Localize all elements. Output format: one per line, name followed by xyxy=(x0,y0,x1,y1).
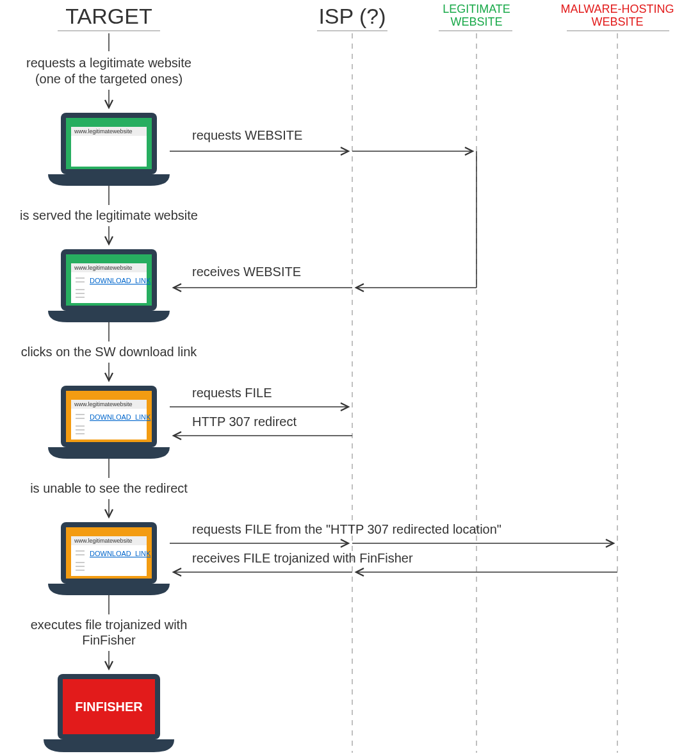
arrow-req-file: requests FILE xyxy=(192,386,272,400)
col-target: TARGET xyxy=(65,4,152,28)
arrow-req-file-redir: requests FILE from the "HTTP 307 redirec… xyxy=(192,522,501,536)
laptop-4: www.legitimatewebsite DOWNLOAD_LINK xyxy=(48,522,170,595)
laptop-1-url: www.legitimatewebsite xyxy=(74,128,133,135)
col-legit-2: WEBSITE xyxy=(450,15,502,28)
step1-line2: (one of the targeted ones) xyxy=(35,72,183,86)
col-legit-1: LEGITIMATE xyxy=(443,3,510,15)
laptop-4-link: DOWNLOAD_LINK xyxy=(90,550,151,557)
step5-line1: executes file trojanized with xyxy=(31,618,188,632)
step1-line1: requests a legitimate website xyxy=(26,56,191,70)
arrow-req-website: requests WEBSITE xyxy=(192,128,302,142)
laptop-2-url: www.legitimatewebsite xyxy=(74,265,133,271)
arrow-recv-website: receives WEBSITE xyxy=(192,265,301,279)
step3: clicks on the SW download link xyxy=(21,345,198,359)
laptop-finfisher: FINFISHER xyxy=(44,674,174,752)
laptop-4-url: www.legitimatewebsite xyxy=(74,538,133,544)
arrow-recv-trojan: receives FILE trojanized with FinFisher xyxy=(192,551,413,565)
col-isp: ISP (?) xyxy=(318,4,386,28)
laptop-1: www.legitimatewebsite xyxy=(48,113,170,186)
finfisher-label: FINFISHER xyxy=(75,700,143,714)
col-mal-1: MALWARE-HOSTING xyxy=(560,3,674,15)
col-mal-2: WEBSITE xyxy=(591,15,643,28)
step2: is served the legitimate website xyxy=(20,208,198,222)
laptop-3: www.legitimatewebsite DOWNLOAD_LINK xyxy=(48,386,170,459)
step4: is unable to see the redirect xyxy=(30,481,188,495)
laptop-3-link: DOWNLOAD_LINK xyxy=(90,413,151,421)
step5-line2: FinFisher xyxy=(82,633,136,647)
laptop-2: www.legitimatewebsite DOWNLOAD_LINK xyxy=(48,249,170,322)
laptop-3-url: www.legitimatewebsite xyxy=(74,401,133,407)
arrow-307: HTTP 307 redirect xyxy=(192,415,297,429)
laptop-2-link: DOWNLOAD_LINK xyxy=(90,277,151,284)
